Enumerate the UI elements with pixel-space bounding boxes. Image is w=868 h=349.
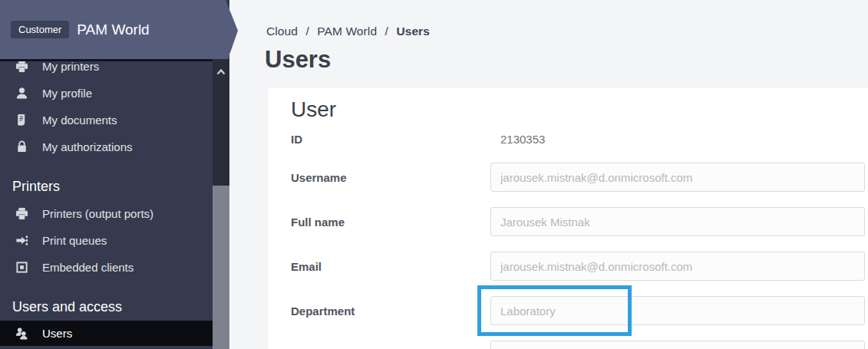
field-label-username: Username [291, 171, 490, 184]
form-row-department: Department [291, 296, 868, 325]
full-name-input[interactable] [490, 207, 865, 236]
field-label-full-name: Full name [291, 216, 490, 229]
form-row-id: ID 2130353 [291, 133, 868, 146]
sidebar-item-label: Users [42, 327, 72, 340]
sidebar-item-printers-output-ports[interactable]: Printers (output ports) [0, 200, 213, 227]
sidebar-item-label: Printers (output ports) [42, 207, 153, 220]
sidebar-nav: My printers My profile My documents My a… [0, 53, 213, 346]
sidebar-item-print-queues[interactable]: Print queues [0, 227, 213, 254]
printer-icon [15, 60, 28, 74]
form-row-username: Username [291, 163, 868, 192]
lock-icon [15, 140, 28, 154]
embedded-client-icon [15, 261, 28, 275]
person-icon [15, 87, 28, 100]
breadcrumb-pam-world[interactable]: PAM World [317, 25, 377, 38]
sidebar-item-label: My profile [42, 87, 92, 100]
sidebar-item-label: My documents [42, 114, 117, 127]
users-icon [15, 327, 28, 341]
app-title: PAM World [77, 21, 149, 38]
field-label-email: Email [291, 260, 490, 273]
sidebar-item-label: My authorizations [42, 140, 133, 153]
scrollbar-thumb[interactable] [213, 186, 229, 349]
document-icon [15, 114, 28, 127]
field-value-id: 2130353 [490, 133, 545, 146]
sidebar-item-label: Print queues [42, 234, 107, 247]
breadcrumb-separator: / [305, 25, 309, 38]
chevron-up-icon [216, 64, 226, 78]
department-input[interactable] [490, 296, 865, 325]
form-row-next-partial [291, 341, 868, 349]
email-input[interactable] [490, 252, 865, 281]
customer-badge: Customer [11, 21, 69, 38]
sidebar-item-my-documents[interactable]: My documents [0, 107, 213, 133]
form-row-full-name: Full name [291, 207, 868, 236]
form-heading: User [291, 97, 868, 122]
breadcrumb-cloud[interactable]: Cloud [266, 25, 298, 38]
sidebar-section-users-and-access: Users and access [0, 293, 213, 321]
sidebar-item-label: Embedded clients [42, 261, 134, 274]
printer-icon [15, 207, 28, 221]
sidebar-item-label: My printers [42, 60, 99, 73]
breadcrumb-separator: / [385, 25, 388, 38]
user-detail-card: User ID 2130353 Username Full name Email… [268, 88, 868, 349]
username-input[interactable] [490, 163, 865, 192]
partial-input[interactable] [490, 341, 865, 349]
sidebar-item-users[interactable]: Users [0, 321, 213, 346]
field-label-department: Department [291, 305, 490, 318]
form-row-email: Email [291, 252, 868, 281]
sidebar-item-embedded-clients[interactable]: Embedded clients [0, 254, 213, 281]
app-header: Customer PAM World [0, 0, 239, 59]
breadcrumb: Cloud / PAM World / Users [266, 25, 430, 38]
sidebar-section-printers: Printers [0, 173, 213, 200]
app-window: My printers My profile My documents My a… [0, 0, 868, 349]
field-label-id: ID [291, 133, 490, 146]
sidebar-scrollbar[interactable] [213, 59, 229, 349]
breadcrumb-current: Users [396, 25, 430, 38]
sidebar-header-shadow [0, 59, 213, 61]
main-content: Cloud / PAM World / Users Users User ID … [229, 0, 868, 349]
sidebar-item-my-authorizations[interactable]: My authorizations [0, 133, 213, 160]
page-title: Users [265, 46, 331, 74]
sidebar-item-my-profile[interactable]: My profile [0, 80, 213, 107]
print-queue-icon [15, 234, 28, 248]
scroll-up-button[interactable] [213, 59, 229, 84]
